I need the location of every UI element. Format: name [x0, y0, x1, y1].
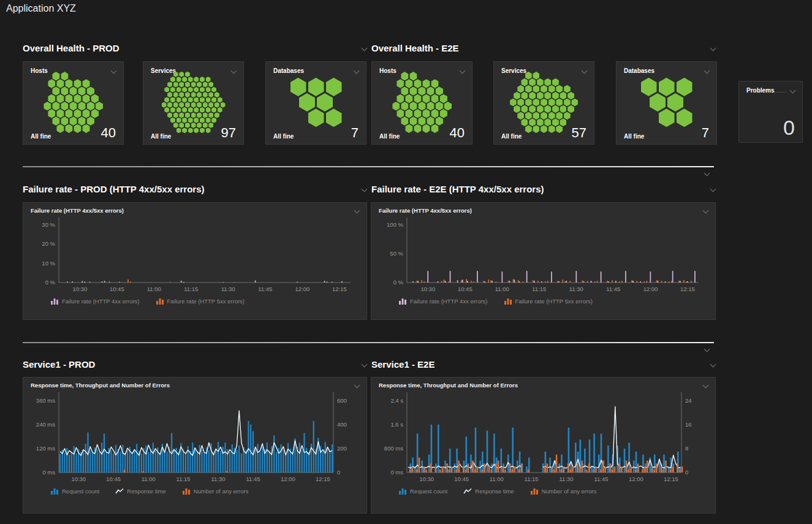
svg-text:12:00: 12:00: [643, 286, 658, 292]
legend-item[interactable]: Response time: [115, 488, 165, 495]
failure-chart-e2e[interactable]: 0 %50 %100 %10:3010:4511:0011:1511:3011:…: [379, 215, 708, 295]
chevron-down-icon[interactable]: [703, 208, 709, 214]
chevron-down-icon[interactable]: [362, 45, 368, 51]
legend-item[interactable]: Failure rate (HTTP 4xx errors): [398, 298, 488, 305]
svg-text:10:30: 10:30: [72, 286, 87, 292]
legend-item[interactable]: Response time: [463, 488, 514, 495]
chevron-down-icon[interactable]: [710, 45, 716, 51]
hexagon-healthy-icon: [191, 112, 196, 118]
hexagon-healthy-icon: [191, 102, 196, 108]
chevron-down-icon[interactable]: [710, 186, 716, 192]
chevron-down-icon[interactable]: [354, 208, 360, 214]
health-tile-services-e2e[interactable]: Services All fine 57: [493, 61, 594, 145]
problems-tile[interactable]: Problems 0: [738, 81, 803, 143]
chevron-down-icon[interactable]: [704, 170, 710, 177]
chevron-down-icon[interactable]: [582, 68, 588, 74]
legend-item[interactable]: Number of any errors: [182, 488, 249, 495]
service-chart-tile-e2e[interactable]: Response time, Throughput and Number of …: [371, 377, 716, 514]
hexagon-healthy-icon: [414, 79, 422, 88]
hexagon-healthy-icon: [69, 116, 77, 125]
chevron-down-icon[interactable]: [710, 362, 716, 368]
hexagon-healthy-icon: [409, 116, 417, 125]
bar-series-icon: [530, 488, 539, 495]
hexagon-healthy-icon: [182, 97, 187, 102]
service-chart-e2e[interactable]: 0 ms800 ms1.6 s2.4 s08162410:3010:4511:0…: [379, 390, 708, 485]
hexagon-healthy-icon: [176, 118, 181, 123]
hexagon-healthy-icon: [206, 107, 211, 113]
health-tile-hosts-prod[interactable]: Hosts All fine 40: [23, 61, 124, 145]
svg-text:11:30: 11:30: [560, 476, 574, 482]
hexagon-healthy-icon: [200, 77, 205, 82]
chevron-down-icon[interactable]: [231, 68, 237, 74]
hexagon-healthy-icon: [517, 85, 524, 93]
hexagon-healthy-icon: [203, 112, 208, 118]
service-chart-prod[interactable]: 0 ms120 ms240 ms360 ms020040060010:3010:…: [31, 390, 359, 485]
legend-item[interactable]: Failure rate (HTTP 5xx errors): [156, 298, 245, 305]
svg-text:12:15: 12:15: [664, 476, 678, 482]
service-chart-tile-prod[interactable]: Response time, Throughput and Number of …: [23, 377, 367, 514]
health-tile-databases-prod[interactable]: Databases All fine 7: [265, 61, 366, 145]
chevron-down-icon[interactable]: [704, 68, 710, 74]
legend-item[interactable]: Request count: [50, 488, 99, 495]
health-tile-hosts-e2e[interactable]: Hosts All fine 40: [371, 61, 472, 145]
health-tile-databases-e2e[interactable]: Databases All fine 7: [616, 61, 717, 145]
hexagon-healthy-icon: [525, 112, 532, 120]
health-tile-services-prod[interactable]: Services All fine 97: [143, 61, 244, 145]
svg-text:11:30: 11:30: [221, 286, 235, 292]
chevron-down-icon[interactable]: [703, 382, 709, 389]
svg-text:0 %: 0 %: [393, 279, 404, 286]
hexagon-healthy-icon: [78, 116, 86, 125]
hex-grid: [143, 78, 243, 127]
chart-legend: Request countResponse timeNumber of any …: [379, 488, 708, 495]
svg-text:10:30: 10:30: [420, 286, 435, 292]
failure-chart-tile-prod[interactable]: Failure rate (HTTP 4xx/5xx errors) 0 %10…: [23, 202, 367, 320]
chevron-down-icon[interactable]: [362, 186, 368, 192]
hexagon-healthy-icon: [435, 102, 443, 110]
hexagon-healthy-icon: [173, 72, 178, 77]
svg-text:11:45: 11:45: [246, 476, 260, 482]
hexagon-healthy-icon: [188, 107, 193, 113]
hexagon-healthy-icon: [211, 87, 216, 93]
svg-text:12:15: 12:15: [680, 286, 695, 292]
chevron-down-icon[interactable]: [704, 346, 710, 352]
legend-item[interactable]: Request count: [398, 488, 447, 495]
chevron-down-icon[interactable]: [790, 88, 796, 94]
tile-header: Response time, Throughput and Number of …: [379, 382, 708, 389]
tile-footer: All fine 7: [273, 126, 359, 140]
bar-series-icon: [182, 488, 191, 495]
hexagon-healthy-icon: [61, 116, 69, 125]
legend-label: Response time: [127, 488, 165, 495]
hexagon-healthy-icon: [541, 85, 547, 93]
hexagon-healthy-icon: [439, 109, 447, 118]
svg-text:600: 600: [337, 397, 347, 404]
tile-footer: 0: [746, 117, 795, 138]
hexagon-healthy-icon: [91, 94, 99, 103]
section-header-service-prod: Service1 - PROD: [23, 359, 366, 370]
hexagon-healthy-icon: [537, 78, 544, 86]
hex-cluster: [392, 72, 452, 133]
legend-item[interactable]: Failure rate (HTTP 5xx errors): [504, 298, 593, 305]
bar-series-icon: [156, 298, 164, 305]
failure-chart-prod[interactable]: 0 %10 %20 %30 %10:3010:4511:0011:1511:30…: [31, 215, 359, 295]
hexagon-healthy-icon: [560, 105, 566, 113]
legend-item[interactable]: Failure rate (HTTP 4xx errors): [50, 298, 140, 305]
hexagon-healthy-icon: [659, 78, 675, 96]
entity-count: 7: [351, 126, 359, 140]
hexagon-healthy-icon: [211, 118, 216, 123]
chevron-down-icon[interactable]: [460, 68, 466, 74]
chevron-down-icon[interactable]: [354, 382, 360, 389]
svg-text:11:00: 11:00: [495, 286, 509, 292]
hexagon-healthy-icon: [206, 97, 211, 102]
failure-chart-tile-e2e[interactable]: Failure rate (HTTP 4xx/5xx errors) 0 %50…: [371, 202, 716, 320]
hexagon-healthy-icon: [405, 109, 413, 118]
chart-title: Response time, Throughput and Number of …: [379, 382, 518, 389]
legend-item[interactable]: Number of any errors: [530, 488, 597, 495]
hexagon-healthy-icon: [170, 87, 175, 93]
hexagon-healthy-icon: [422, 79, 430, 88]
svg-text:400: 400: [337, 421, 347, 428]
chevron-down-icon[interactable]: [362, 362, 368, 368]
chevron-down-icon[interactable]: [111, 68, 117, 74]
hexagon-healthy-icon: [52, 86, 60, 95]
chevron-down-icon[interactable]: [354, 68, 360, 74]
svg-text:200: 200: [337, 445, 347, 452]
